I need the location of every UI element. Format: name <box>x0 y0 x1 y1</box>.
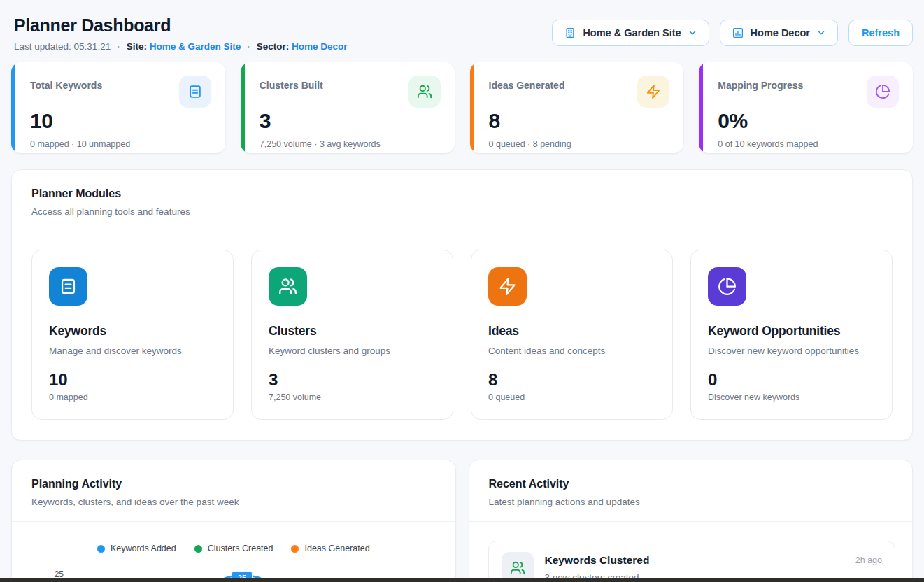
meta-separator: · <box>247 41 250 52</box>
activity-chart: Keywords Added Clusters Created Ideas Ge… <box>12 522 455 582</box>
module-description: Manage and discover keywords <box>49 346 216 356</box>
stat-card-total-keywords: Total Keywords 10 0 mapped · 10 unmapped <box>11 62 225 153</box>
chart-legend: Keywords Added Clusters Created Ideas Ge… <box>12 544 455 553</box>
legend-item-clusters-created[interactable]: Clusters Created <box>194 544 273 553</box>
panel-title: Planner Modules <box>31 187 893 200</box>
accent-bar <box>11 62 15 153</box>
meta-separator: · <box>117 41 120 52</box>
lightning-icon <box>488 267 527 306</box>
panel-header: Planner Modules Access all planning tool… <box>12 170 912 232</box>
stat-label: Mapping Progress <box>718 76 803 91</box>
planner-modules-panel: Planner Modules Access all planning tool… <box>11 169 913 441</box>
sector-label: Sector: <box>257 41 290 52</box>
legend-label: Clusters Created <box>208 544 273 553</box>
stat-value: 8 <box>489 109 670 133</box>
module-value: 0 <box>708 370 875 390</box>
bar-chart-icon <box>732 27 744 39</box>
planner-dashboard-page: Planner Dashboard Last updated: 05:31:21… <box>0 0 924 582</box>
module-title: Ideas <box>488 324 655 339</box>
module-description: Discover new keyword opportunities <box>708 346 875 356</box>
last-updated-value: 05:31:21 <box>74 41 111 52</box>
stat-label: Ideas Generated <box>489 76 565 91</box>
last-updated-label: Last updated: <box>14 41 71 52</box>
sector-link[interactable]: Home Decor <box>292 41 348 52</box>
bottom-row: Planning Activity Keywords, clusters, an… <box>11 460 913 582</box>
users-icon <box>408 76 441 108</box>
pie-chart-icon <box>708 267 746 306</box>
module-title: Clusters <box>269 324 436 339</box>
modules-grid: Keywords Manage and discover keywords 10… <box>12 232 912 440</box>
accent-bar <box>470 62 474 153</box>
sector-meta: Sector: Home Decor <box>257 41 348 52</box>
legend-label: Ideas Generated <box>304 544 369 553</box>
sector-selector-dropdown[interactable]: Home Decor <box>720 20 838 46</box>
module-card-clusters[interactable]: Clusters Keyword clusters and groups 3 7… <box>251 250 453 420</box>
module-card-keywords[interactable]: Keywords Manage and discover keywords 10… <box>31 250 234 420</box>
planning-activity-header: Planning Activity Keywords, clusters, an… <box>12 460 455 521</box>
recent-activity-card: Recent Activity Latest planning actions … <box>469 460 914 582</box>
module-card-keyword-opportunities[interactable]: Keyword Opportunities Discover new keywo… <box>690 250 893 420</box>
lightning-icon <box>637 76 669 108</box>
legend-item-ideas-generated[interactable]: Ideas Generated <box>291 544 369 553</box>
accent-bar <box>699 62 703 153</box>
last-updated-text: Last updated: 05:31:21 <box>14 41 111 52</box>
header-left: Planner Dashboard Last updated: 05:31:21… <box>14 15 348 52</box>
stat-value: 3 <box>260 109 441 133</box>
legend-dot-icon <box>291 545 299 553</box>
recent-activity-header: Recent Activity Latest planning actions … <box>469 460 913 521</box>
site-link[interactable]: Home & Garden Site <box>150 41 241 52</box>
legend-dot-icon <box>97 545 105 553</box>
activity-item-title: Keywords Clustered <box>545 554 650 567</box>
stat-subtext: 7,250 volume · 3 avg keywords <box>260 139 441 149</box>
users-icon <box>269 267 307 306</box>
pie-chart-icon <box>867 76 899 108</box>
site-selector-label: Home & Garden Site <box>583 27 681 38</box>
document-icon <box>49 267 87 306</box>
chevron-down-icon <box>816 28 826 38</box>
planning-activity-subtitle: Keywords, clusters, and ideas over the p… <box>31 497 436 507</box>
module-title: Keywords <box>49 324 216 339</box>
legend-item-keywords-added[interactable]: Keywords Added <box>97 544 176 553</box>
module-value: 10 <box>49 370 216 390</box>
header-controls: Home & Garden Site Home Decor Refresh <box>552 20 913 46</box>
recent-activity-title: Recent Activity <box>489 478 893 490</box>
activity-feed-item: Keywords Clustered 2h ago 3 new clusters… <box>488 541 896 582</box>
stat-cards-row: Total Keywords 10 0 mapped · 10 unmapped… <box>11 62 913 153</box>
module-subtext: Discover new keywords <box>708 392 875 402</box>
page-header: Planner Dashboard Last updated: 05:31:21… <box>0 0 924 52</box>
site-label: Site: <box>127 41 147 52</box>
planning-activity-card: Planning Activity Keywords, clusters, an… <box>11 460 456 582</box>
module-subtext: 0 mapped <box>49 392 216 402</box>
stat-subtext: 0 of 10 keywords mapped <box>718 139 899 149</box>
module-subtext: 7,250 volume <box>269 392 436 402</box>
refresh-button[interactable]: Refresh <box>848 20 913 46</box>
legend-label: Keywords Added <box>111 544 176 553</box>
panel-subtitle: Access all planning tools and features <box>31 206 893 217</box>
stat-subtext: 0 queued · 8 pending <box>489 139 670 149</box>
stat-subtext: 0 mapped · 10 unmapped <box>30 139 211 149</box>
site-meta: Site: Home & Garden Site <box>127 41 241 52</box>
module-title: Keyword Opportunities <box>708 324 875 339</box>
stat-value: 0% <box>718 109 899 133</box>
module-description: Keyword clusters and groups <box>269 346 436 356</box>
stat-value: 10 <box>30 109 211 133</box>
module-card-ideas[interactable]: Ideas Content ideas and concepts 8 0 que… <box>471 250 673 420</box>
stat-card-ideas-generated: Ideas Generated 8 0 queued · 8 pending <box>470 62 684 153</box>
sector-selector-label: Home Decor <box>751 27 810 38</box>
accent-bar <box>241 62 245 153</box>
stat-label: Total Keywords <box>30 76 102 91</box>
document-icon <box>179 76 211 108</box>
divider <box>469 521 913 522</box>
page-title: Planner Dashboard <box>14 15 348 36</box>
chevron-down-icon <box>688 28 697 38</box>
header-meta: Last updated: 05:31:21 · Site: Home & Ga… <box>14 41 348 52</box>
module-subtext: 0 queued <box>488 392 655 402</box>
building-icon <box>564 27 576 39</box>
module-value: 3 <box>269 370 436 390</box>
bottom-edge-bar <box>0 578 924 582</box>
module-description: Content ideas and concepts <box>488 346 655 356</box>
recent-activity-subtitle: Latest planning actions and updates <box>489 497 893 507</box>
site-selector-dropdown[interactable]: Home & Garden Site <box>552 20 709 46</box>
stat-card-clusters-built: Clusters Built 3 7,250 volume · 3 avg ke… <box>241 62 455 153</box>
planning-activity-title: Planning Activity <box>31 478 436 490</box>
